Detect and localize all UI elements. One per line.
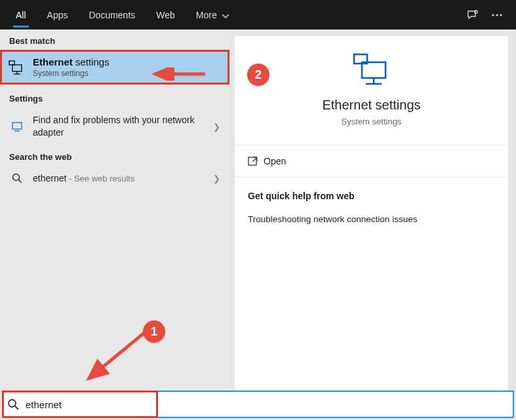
search-web-heading: Search the web [0,145,229,166]
open-icon [248,157,264,166]
more-options-icon[interactable] [491,9,503,21]
svg-point-17 [9,400,16,407]
svg-rect-5 [12,65,22,71]
best-match-title: Ethernet settings [33,56,109,67]
tab-all[interactable]: All [5,2,37,28]
chevron-right-icon: ❯ [213,174,220,183]
tab-more-label: More [196,10,217,20]
svg-rect-16 [248,157,256,165]
search-icon [9,173,25,183]
best-match-heading: Best match [0,29,229,50]
chevron-right-icon: ❯ [213,121,220,131]
svg-point-1 [492,14,494,16]
search-scope-tabs: All Apps Documents Web More [0,0,516,29]
ethernet-settings-icon [351,53,392,86]
annotation-badge-2: 2 [247,64,269,86]
preview-subtitle: System settings [241,117,502,126]
troubleshoot-icon [9,121,25,132]
search-icon [7,398,19,410]
svg-rect-8 [12,123,22,129]
tab-documents[interactable]: Documents [78,2,146,28]
result-label: Find and fix problems with your network … [33,114,220,139]
svg-point-10 [13,174,20,181]
tab-web[interactable]: Web [146,2,186,28]
settings-heading: Settings [0,87,229,107]
tab-more[interactable]: More [186,2,239,28]
best-match-subtitle: System settings [33,69,109,78]
chevron-down-icon [222,14,229,18]
svg-line-18 [15,406,18,410]
result-label: ethernet - See web results [33,172,220,185]
quick-help-heading: Get quick help from web [235,178,508,206]
result-web-search[interactable]: ethernet - See web results ❯ [0,166,229,191]
search-input[interactable] [26,399,150,410]
feedback-icon[interactable] [466,9,479,22]
open-action[interactable]: Open [235,145,508,178]
svg-line-11 [19,180,22,183]
preview-title: Ethernet settings [241,98,502,113]
svg-point-3 [500,14,502,16]
open-label: Open [264,156,286,166]
svg-line-19 [89,333,144,379]
preview-pane: Ethernet settings System settings Open G… [229,29,516,391]
tab-apps[interactable]: Apps [37,2,79,28]
annotation-arrow-2 [149,67,208,81]
svg-point-2 [496,14,498,16]
quick-help-item[interactable]: Troubleshooting network connection issue… [235,206,508,232]
taskbar-search-box[interactable] [2,391,514,418]
svg-rect-4 [9,61,14,65]
annotation-badge-1: 1 [143,320,165,343]
ethernet-settings-icon [8,60,26,75]
svg-rect-13 [362,62,386,78]
result-fix-network-adapter[interactable]: Find and fix problems with your network … [0,107,229,145]
